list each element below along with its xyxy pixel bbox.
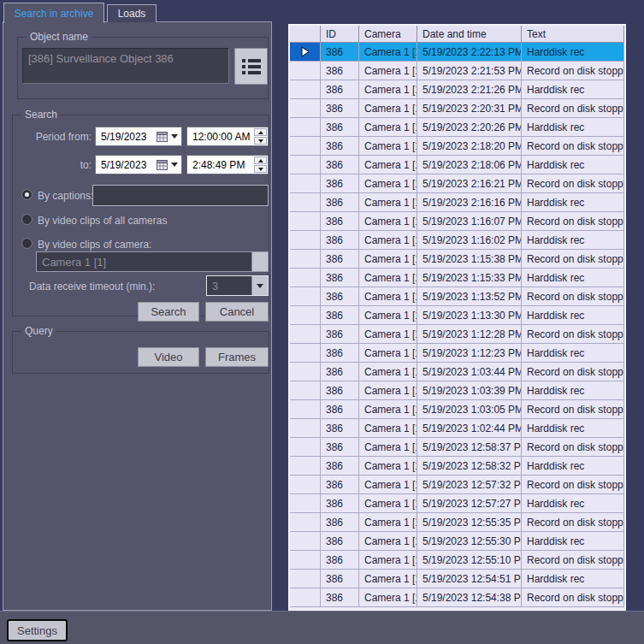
row-selector-cell[interactable] (290, 419, 321, 438)
cell-id[interactable]: 386 (321, 532, 359, 551)
table-row[interactable]: 386Camera 1 [1]5/19/2023 2:16:16 PMHardd… (290, 193, 624, 212)
cell-camera[interactable]: Camera 1 [1] (359, 381, 417, 400)
cell-id[interactable]: 386 (321, 80, 359, 99)
cell-id[interactable]: 386 (321, 363, 359, 381)
cell-datetime[interactable]: 5/19/2023 12:57:32 PM (417, 476, 522, 494)
cell-camera[interactable]: Camera 1 [1] (359, 231, 417, 250)
cell-id[interactable]: 386 (321, 419, 359, 438)
cell-text[interactable]: Record on disk stopped (522, 438, 624, 457)
cell-datetime[interactable]: 5/19/2023 1:13:52 PM (417, 287, 522, 306)
row-selector-cell[interactable] (290, 381, 321, 400)
cell-datetime[interactable]: 5/19/2023 12:55:30 PM (417, 532, 522, 551)
calendar-dropdown-button[interactable] (157, 132, 181, 142)
table-row[interactable]: 386Camera 1 [1]5/19/2023 12:54:38 PMReco… (290, 588, 624, 607)
cell-text[interactable]: Harddisk rec (522, 306, 624, 325)
period-to-time-spinner[interactable]: 2:48:49 PM (186, 155, 269, 174)
cell-camera[interactable]: Camera 1 [1] (359, 494, 417, 513)
cell-datetime[interactable]: 5/19/2023 12:54:38 PM (417, 588, 522, 607)
table-row[interactable]: 386Camera 1 [1]5/19/2023 1:16:02 PMHardd… (290, 231, 624, 250)
cell-camera[interactable]: Camera 1 [1] (359, 438, 417, 457)
cell-text[interactable]: Harddisk rec (522, 193, 624, 212)
cell-camera[interactable]: Camera 1 [1] (359, 62, 417, 80)
cell-id[interactable]: 386 (321, 438, 359, 457)
cell-text[interactable]: Record on disk stopped (522, 588, 624, 607)
cell-datetime[interactable]: 5/19/2023 2:18:06 PM (417, 156, 522, 174)
table-row[interactable]: 386Camera 1 [1]5/19/2023 12:58:37 PMReco… (290, 438, 624, 457)
row-selector-cell[interactable] (290, 457, 321, 476)
cell-datetime[interactable]: 5/19/2023 1:16:07 PM (417, 212, 522, 231)
spin-down-button[interactable] (254, 137, 267, 145)
cell-id[interactable]: 386 (321, 62, 359, 80)
cell-id[interactable]: 386 (321, 306, 359, 325)
cell-datetime[interactable]: 5/19/2023 1:02:44 PM (417, 419, 522, 438)
cell-camera[interactable]: Camera 1 [1] (359, 400, 417, 419)
row-selector-cell[interactable] (290, 570, 321, 588)
table-row[interactable]: 386Camera 1 [1]5/19/2023 1:13:30 PMHardd… (290, 306, 624, 325)
cell-id[interactable]: 386 (321, 231, 359, 250)
row-selector-cell[interactable] (290, 287, 321, 306)
cancel-button[interactable]: Cancel (205, 302, 269, 322)
cell-camera[interactable]: Camera 1 [1] (359, 306, 417, 325)
row-selector-cell[interactable] (290, 99, 321, 118)
table-row[interactable]: 386Camera 1 [1]5/19/2023 1:12:28 PMRecor… (290, 325, 624, 344)
cell-camera[interactable]: Camera 1 [1] (359, 137, 417, 156)
cell-id[interactable]: 386 (321, 400, 359, 419)
cell-datetime[interactable]: 5/19/2023 1:03:05 PM (417, 400, 522, 419)
table-row[interactable]: 386Camera 1 [1]5/19/2023 2:22:13 PMHardd… (290, 43, 624, 62)
row-selector-cell[interactable] (290, 80, 321, 99)
cell-camera[interactable]: Camera 1 [1] (359, 570, 417, 588)
frames-button[interactable]: Frames (205, 347, 269, 367)
radio-by-captions[interactable] (21, 189, 32, 200)
cell-camera[interactable]: Camera 1 [1] (359, 419, 417, 438)
cell-text[interactable]: Harddisk rec (522, 43, 624, 62)
table-row[interactable]: 386Camera 1 [1]5/19/2023 1:03:44 PMRecor… (290, 363, 624, 381)
cell-text[interactable]: Record on disk stopped (522, 287, 624, 306)
cell-id[interactable]: 386 (321, 156, 359, 174)
cell-text[interactable]: Record on disk stopped (522, 513, 624, 532)
cell-text[interactable]: Record on disk stopped (522, 174, 624, 193)
cell-id[interactable]: 386 (321, 287, 359, 306)
column-header-id[interactable]: ID (321, 26, 359, 43)
cell-camera[interactable]: Camera 1 [1] (359, 513, 417, 532)
cell-datetime[interactable]: 5/19/2023 1:03:44 PM (417, 363, 522, 381)
spin-up-button[interactable] (254, 128, 267, 136)
table-row[interactable]: 386Camera 1 [1]5/19/2023 2:18:20 PMRecor… (290, 137, 624, 156)
cell-camera[interactable]: Camera 1 [1] (359, 156, 417, 174)
captions-input[interactable] (92, 185, 269, 206)
cell-camera[interactable]: Camera 1 [1] (359, 174, 417, 193)
cell-text[interactable]: Record on disk stopped (522, 551, 624, 570)
cell-camera[interactable]: Camera 1 [1] (359, 118, 417, 137)
calendar-dropdown-button[interactable] (157, 160, 181, 170)
cell-camera[interactable]: Camera 1 [1] (359, 551, 417, 570)
row-selector-cell[interactable] (290, 174, 321, 193)
cell-datetime[interactable]: 5/19/2023 2:16:16 PM (417, 193, 522, 212)
row-selector-cell[interactable] (290, 43, 321, 62)
cell-datetime[interactable]: 5/19/2023 2:16:21 PM (417, 174, 522, 193)
cell-datetime[interactable]: 5/19/2023 12:58:32 PM (417, 457, 522, 476)
period-from-date-picker[interactable]: 5/19/2023 (95, 127, 182, 146)
row-selector-cell[interactable] (290, 476, 321, 494)
cell-text[interactable]: Harddisk rec (522, 231, 624, 250)
table-row[interactable]: 386Camera 1 [1]5/19/2023 12:55:35 PMReco… (290, 513, 624, 532)
cell-id[interactable]: 386 (321, 457, 359, 476)
cell-datetime[interactable]: 5/19/2023 12:57:27 PM (417, 494, 522, 513)
cell-id[interactable]: 386 (321, 43, 359, 62)
cell-camera[interactable]: Camera 1 [1] (359, 287, 417, 306)
cell-camera[interactable]: Camera 1 [1] (359, 80, 417, 99)
cell-camera[interactable]: Camera 1 [1] (359, 363, 417, 381)
table-row[interactable]: 386Camera 1 [1]5/19/2023 2:20:31 PMRecor… (290, 99, 624, 118)
radio-by-video-clips-of-camera[interactable] (21, 238, 32, 249)
cell-camera[interactable]: Camera 1 [1] (359, 457, 417, 476)
cell-text[interactable]: Harddisk rec (522, 80, 624, 99)
row-selector-cell[interactable] (290, 494, 321, 513)
cell-id[interactable]: 386 (321, 137, 359, 156)
row-selector-cell[interactable] (290, 400, 321, 419)
spin-up-button[interactable] (254, 157, 267, 164)
cell-datetime[interactable]: 5/19/2023 1:15:33 PM (417, 269, 522, 287)
tab-loads[interactable]: Loads (107, 4, 157, 22)
cell-text[interactable]: Harddisk rec (522, 118, 624, 137)
table-row[interactable]: 386Camera 1 [1]5/19/2023 1:12:23 PMHardd… (290, 344, 624, 363)
cell-camera[interactable]: Camera 1 [1] (359, 476, 417, 494)
cell-camera[interactable]: Camera 1 [1] (359, 212, 417, 231)
cell-text[interactable]: Record on disk stopped (522, 363, 624, 381)
